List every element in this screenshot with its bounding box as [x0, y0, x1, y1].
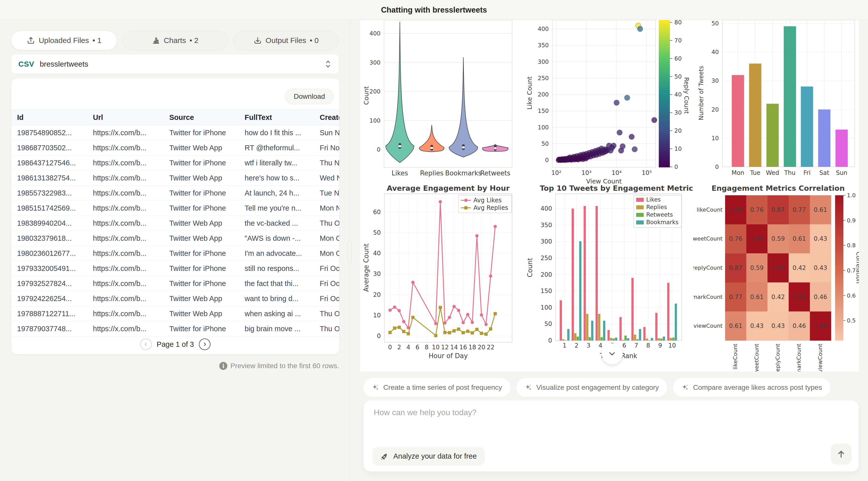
suggestion-chip[interactable]: Compare average likes across post types: [673, 378, 831, 397]
charts-canvas: 0100200300400CountLikesRepliesBookmarksR…: [360, 20, 859, 371]
table-cell: Twitter Web App: [169, 174, 245, 182]
svg-text:0.7: 0.7: [847, 267, 856, 274]
table-row[interactable]: 1980236012677...https://x.com/b...Twitte…: [11, 246, 339, 261]
table-row[interactable]: 1978887122711...https://x.com/b...Twitte…: [11, 306, 339, 322]
svg-text:30: 30: [674, 109, 682, 116]
table-row[interactable]: 198032379618...https://x.com/b...Twitter…: [11, 231, 339, 246]
svg-text:6: 6: [416, 344, 420, 351]
svg-text:likeCount: likeCount: [732, 343, 738, 369]
rocket-icon: [380, 452, 389, 460]
info-icon: i: [219, 362, 227, 370]
table-cell: 197924226254...: [17, 295, 93, 303]
send-button[interactable]: [831, 444, 852, 465]
svg-text:1.00: 1.00: [750, 235, 764, 242]
table-cell: https://x.com/b...: [93, 295, 169, 303]
svg-text:40: 40: [674, 91, 682, 98]
table-row[interactable]: 197924226254...https://x.com/b...Twitter…: [11, 291, 339, 306]
svg-text:retweetCount: retweetCount: [693, 236, 722, 242]
header: Chatting with bresslertweets: [0, 0, 868, 20]
svg-text:0.42: 0.42: [793, 264, 806, 271]
file-name: bresslertweets: [40, 60, 88, 68]
table-row[interactable]: 1979332005491...https://x.com/b...Twitte…: [11, 261, 339, 276]
svg-text:10³: 10³: [582, 170, 591, 176]
table-cell: https://x.com/b...: [93, 189, 169, 197]
table-cell: 198687703502...: [17, 144, 93, 152]
svg-text:0.6: 0.6: [847, 293, 856, 299]
table-row[interactable]: 198557322983...https://x.com/b...Twitter…: [11, 186, 339, 201]
tab-output-files[interactable]: Output Files• 0: [233, 31, 339, 50]
svg-text:0.43: 0.43: [750, 323, 764, 329]
svg-text:Like Count: Like Count: [526, 77, 533, 110]
resize-handle[interactable]: [347, 241, 352, 264]
table-cell: want to bring d...: [245, 295, 320, 303]
svg-text:0: 0: [674, 163, 678, 170]
table-row[interactable]: 198754890852...https://x.com/b...Twitter…: [11, 125, 339, 141]
svg-text:200: 200: [538, 91, 549, 98]
svg-text:30: 30: [373, 270, 381, 277]
next-page-button[interactable]: [199, 338, 211, 350]
table-cell: Tue N: [320, 189, 339, 197]
column-header: FullText: [245, 113, 320, 122]
svg-text:18: 18: [468, 344, 476, 351]
table-cell: https://x.com/b...: [93, 310, 169, 318]
table-cell: https://x.com/b...: [93, 234, 169, 242]
svg-text:100: 100: [540, 304, 552, 311]
svg-text:50: 50: [712, 20, 719, 27]
svg-text:80: 80: [674, 20, 682, 26]
svg-text:300: 300: [540, 238, 552, 245]
svg-text:20: 20: [712, 106, 719, 113]
svg-text:350: 350: [538, 42, 549, 49]
svg-text:0.76: 0.76: [729, 235, 742, 242]
svg-text:1.00: 1.00: [793, 294, 806, 301]
svg-text:250: 250: [538, 75, 549, 82]
svg-text:likeCount: likeCount: [697, 207, 722, 213]
svg-text:0.42: 0.42: [771, 294, 785, 301]
tab-charts[interactable]: Charts• 2: [122, 31, 228, 50]
table-row[interactable]: 197879037748...https://x.com/b...Twitter…: [11, 322, 339, 336]
table-cell: Twitter for iPhone: [169, 325, 245, 333]
svg-text:0.61: 0.61: [793, 235, 806, 242]
suggestion-chip[interactable]: Visualize post engagement by category: [516, 378, 668, 397]
svg-text:Tue: Tue: [750, 170, 761, 176]
file-selector[interactable]: CSV bresslertweets: [11, 54, 339, 74]
svg-text:0.46: 0.46: [793, 323, 806, 329]
tab-count: • 2: [189, 36, 198, 45]
table-cell: Fri Oc: [320, 279, 339, 288]
table-cell: Thu N: [320, 159, 339, 167]
download-button[interactable]: Download: [285, 89, 334, 104]
svg-text:Reply Count: Reply Count: [683, 77, 690, 114]
svg-text:20: 20: [373, 291, 381, 298]
top10-tweets-chart: Top 10 Tweets by Engagement Metrics12345…: [524, 185, 693, 371]
chat-input[interactable]: [373, 408, 776, 436]
svg-text:0.43: 0.43: [814, 235, 827, 242]
svg-text:Engagement Metrics Correlation: Engagement Metrics Correlation: [712, 185, 845, 192]
tweets-by-day-chart: 01020304050MonTueWedThuFriSatSunNumber o…: [693, 20, 859, 185]
arrow-up-icon: [836, 449, 846, 459]
table-row[interactable]: 197932527824...https://x.com/b...Twitter…: [11, 276, 339, 291]
table-cell: when asking ai ...: [245, 310, 320, 318]
table-cell: Wed N: [320, 174, 339, 182]
svg-text:0: 0: [548, 337, 552, 344]
tab-uploaded-files[interactable]: Uploaded Files• 1: [11, 31, 117, 50]
prev-page-button[interactable]: [140, 338, 152, 350]
svg-text:350: 350: [540, 222, 552, 229]
svg-text:0.59: 0.59: [771, 235, 785, 242]
table-row[interactable]: 1985151742569...https://x.com/b...Twitte…: [11, 201, 339, 216]
table-row[interactable]: 198687703502...https://x.com/b...Twitter…: [11, 141, 339, 156]
table-cell: RT @theformul...: [245, 144, 320, 152]
svg-text:10⁵: 10⁵: [642, 170, 652, 176]
analyze-data-button[interactable]: Analyze your data for free: [372, 447, 485, 465]
table-row[interactable]: 1986131382754...https://x.com/b...Twitte…: [11, 171, 339, 186]
svg-text:Top 10 Tweets by Engagement Me: Top 10 Tweets by Engagement Metrics: [540, 185, 693, 192]
suggestion-chip[interactable]: Create a time series of post frequency: [363, 378, 511, 397]
scroll-down-button[interactable]: [601, 343, 623, 364]
table-row[interactable]: 198389940204...https://x.com/b...Twitter…: [11, 216, 339, 231]
sparkle-icon: [525, 384, 532, 391]
table-row[interactable]: 1986437127546...https://x.com/b...Twitte…: [11, 156, 339, 171]
table-cell: https://x.com/b...: [93, 204, 169, 212]
tab-label: Charts: [164, 36, 186, 45]
table-cell: Thu O: [320, 219, 339, 228]
table-cell: Twitter for iPhone: [169, 204, 245, 212]
svg-text:4: 4: [598, 342, 602, 349]
svg-text:100: 100: [538, 124, 549, 131]
